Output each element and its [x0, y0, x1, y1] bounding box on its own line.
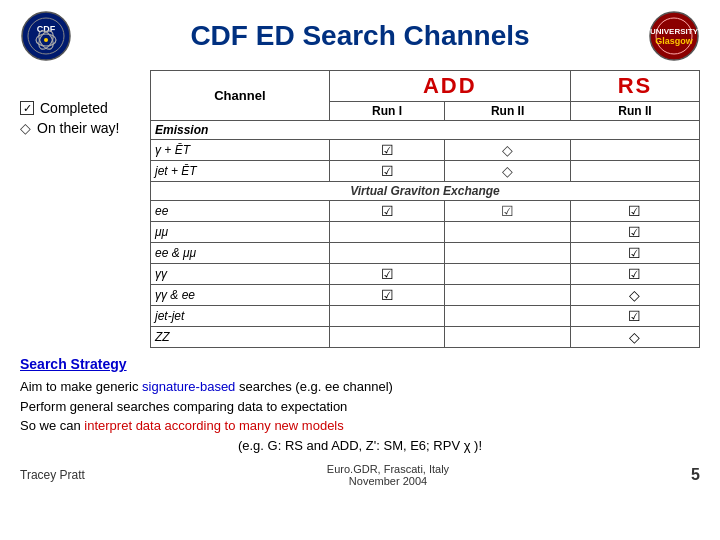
add-run1-cell [329, 327, 445, 348]
add-run2-cell: ◇ [445, 140, 570, 161]
add-run1-cell [329, 243, 445, 264]
line2: Perform general searches comparing data … [20, 397, 700, 417]
diamond-symbol: ◇ [20, 120, 31, 136]
completed-checkbox: ✓ [20, 101, 34, 115]
channel-header: Channel [151, 71, 330, 121]
add-run2-cell [445, 306, 570, 327]
section-header: Emission [151, 121, 700, 140]
add-run2-cell [445, 285, 570, 306]
line1: Aim to make generic signature-based sear… [20, 377, 700, 397]
run-ii-rs-header: Run II [570, 102, 699, 121]
channel-cell: jet-jet [151, 306, 330, 327]
legend-completed: ✓ Completed [20, 100, 140, 116]
bottom-text: Search Strategy Aim to make generic sign… [20, 354, 700, 455]
add-run2-cell [445, 327, 570, 348]
rs-run2-cell: ◇ [570, 285, 699, 306]
legend-on-their-way: ◇ On their way! [20, 120, 140, 136]
line3: So we can interpret data according to ma… [20, 416, 700, 436]
svg-text:Glasgow: Glasgow [655, 36, 694, 46]
add-run2-cell [445, 264, 570, 285]
add-run1-cell: ☑ [329, 140, 445, 161]
add-run1-cell: ☑ [329, 201, 445, 222]
right-logo: UNIVERSITY Glasgow [648, 10, 700, 62]
run-ii-add-header: Run II [445, 102, 570, 121]
channel-cell: γγ [151, 264, 330, 285]
channel-cell: ZZ [151, 327, 330, 348]
add-run2-cell: ◇ [445, 161, 570, 182]
cdf-logo: CDF [20, 10, 72, 62]
signature-based-highlight: signature-based [142, 379, 235, 394]
add-header: ADD [329, 71, 570, 102]
page-number: 5 [691, 466, 700, 484]
completed-label: Completed [40, 100, 108, 116]
svg-point-0 [22, 12, 70, 60]
search-strategy-heading: Search Strategy [20, 354, 700, 375]
page-title: CDF ED Search Channels [84, 20, 636, 52]
header: CDF CDF ED Search Channels UNIVERSITY Gl… [20, 10, 700, 62]
rs-header: RS [570, 71, 699, 102]
add-run1-cell: ☑ [329, 161, 445, 182]
run-i-header: Run I [329, 102, 445, 121]
svg-text:UNIVERSITY: UNIVERSITY [650, 27, 699, 36]
on-their-way-label: On their way! [37, 120, 119, 136]
add-run1-cell [329, 222, 445, 243]
channel-cell: γγ & ee [151, 285, 330, 306]
add-run1-cell [329, 306, 445, 327]
slide: CDF CDF ED Search Channels UNIVERSITY Gl… [0, 0, 720, 540]
content-area: ✓ Completed ◇ On their way! Channel ADD [20, 70, 700, 348]
add-run1-cell: ☑ [329, 285, 445, 306]
add-run2-cell [445, 222, 570, 243]
footer-event: Euro.GDR, Frascati, Italy November 2004 [327, 463, 449, 487]
rs-run2-cell: ◇ [570, 327, 699, 348]
add-run2-cell: ☑ [445, 201, 570, 222]
channel-cell: ee [151, 201, 330, 222]
add-run1-cell: ☑ [329, 264, 445, 285]
svg-point-6 [44, 38, 48, 42]
legend: ✓ Completed ◇ On their way! [20, 70, 140, 348]
channel-cell: jet + ĒT [151, 161, 330, 182]
table-wrapper: Channel ADD RS Run I [150, 70, 700, 348]
rs-run2-cell: ☑ [570, 222, 699, 243]
add-run2-cell [445, 243, 570, 264]
channel-cell: ee & μμ [151, 243, 330, 264]
channel-cell: γ + ĒT [151, 140, 330, 161]
channel-cell: μμ [151, 222, 330, 243]
rs-run2-cell: ☑ [570, 243, 699, 264]
channels-table: Channel ADD RS Run I [150, 70, 700, 348]
rs-run2-cell [570, 140, 699, 161]
line4: (e.g. G: RS and ADD, Z': SM, E6; RPV χ )… [20, 436, 700, 456]
vge-header: Virtual Graviton Exchange [151, 182, 700, 201]
rs-run2-cell: ☑ [570, 264, 699, 285]
rs-run2-cell: ☑ [570, 306, 699, 327]
presenter-name: Tracey Pratt [20, 468, 85, 482]
footer: Tracey Pratt Euro.GDR, Frascati, Italy N… [20, 463, 700, 487]
rs-run2-cell [570, 161, 699, 182]
rs-run2-cell: ☑ [570, 201, 699, 222]
interpret-highlight: interpret data according to many new mod… [84, 418, 343, 433]
